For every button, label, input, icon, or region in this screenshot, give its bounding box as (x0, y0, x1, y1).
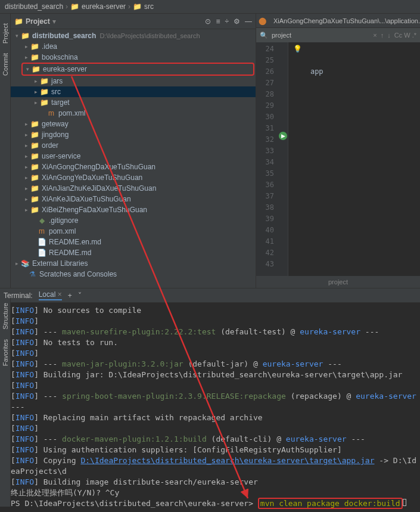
tree-item-readme[interactable]: 📄README.md (11, 247, 256, 258)
editor-search-bar: 🔍 × ↑ ↓ Cc W .* (256, 28, 420, 42)
tab-favorites[interactable]: Favorites (1, 334, 10, 371)
tree-item-jars[interactable]: ▸📁jars (11, 76, 256, 86)
tab-structure[interactable]: Structure (1, 298, 10, 334)
project-tree[interactable]: ▾📁distributed_searchD:\IdeaProjects\dist… (11, 29, 256, 288)
run-icon[interactable]: ▶ (279, 132, 287, 140)
tree-item[interactable]: ▸📁XiAnKeJiDaXueTuShuGuan (11, 194, 256, 204)
folder-icon: 📁 (70, 2, 79, 11)
prev-match-icon[interactable]: ↑ (381, 32, 384, 39)
tree-item-gitignore[interactable]: ◆.gitignore (11, 215, 256, 226)
terminal-tool-window: Terminal: Local × + ˅ [INFO] No sources … (0, 288, 420, 511)
breadcrumb-mid[interactable]: eureka-server (82, 2, 126, 11)
chevron-right-icon: › (128, 2, 130, 11)
tree-item[interactable]: ▸📁XiBeiZhengFaDaXueTuShuGuan (11, 204, 256, 215)
chevron-right-icon: › (66, 2, 68, 11)
folder-icon: 📁 (133, 2, 142, 11)
code-editor[interactable]: 💡 app (288, 42, 420, 276)
gear-icon[interactable]: ⚙ (234, 17, 240, 26)
tree-item-user-service[interactable]: ▸📁user-service (11, 151, 256, 162)
project-panel-title[interactable]: Project (26, 17, 50, 26)
breadcrumb-leaf[interactable]: src (144, 2, 154, 11)
tree-item-order[interactable]: ▸📁order (11, 140, 256, 151)
tree-root[interactable]: ▾📁distributed_searchD:\IdeaProjects\dist… (11, 30, 256, 41)
tree-item-idea[interactable]: ▸📁.idea (11, 41, 256, 52)
tab-project[interactable]: Project (1, 18, 10, 48)
line-gutter: 2425262728293031323334353637383940414243 (256, 42, 278, 276)
tree-item[interactable]: ▸📁XiAnGongYeDaXueTuShuGuan (11, 172, 256, 183)
add-terminal-icon[interactable]: + (68, 291, 72, 300)
search-options[interactable]: Cc W .* (394, 32, 416, 39)
tree-item-target[interactable]: ▸📁target (11, 97, 256, 108)
editor-breadcrumb-footer: project (256, 276, 420, 288)
tree-scratches[interactable]: ⚗Scratches and Consoles (11, 269, 256, 280)
dropdown-icon[interactable]: ▾ (52, 17, 56, 26)
tree-item-readme-en[interactable]: 📄README.en.md (11, 237, 256, 247)
collapse-icon[interactable]: ÷ (225, 17, 229, 26)
tree-item[interactable]: ▸📁XiAnJianZhuKeJiDaXueTuShuGuan (11, 183, 256, 194)
left-tool-tabs-bottom: Structure Favorites (0, 298, 11, 507)
project-tool-window: 📁 Project ▾ ⊙ ≡ ÷ ⚙ — ▾📁distributed_sear… (11, 14, 256, 288)
tree-item-bookschina[interactable]: ▸📁bookschina (11, 52, 256, 63)
tree-item-geteway[interactable]: ▸📁geteway (11, 119, 256, 129)
expand-icon[interactable]: ≡ (216, 17, 220, 26)
tree-item-src[interactable]: ▸📁src (11, 86, 256, 97)
file-icon: ⬤ (259, 17, 266, 25)
terminal-tab-local[interactable]: Local × (39, 290, 62, 300)
project-icon: 📁 (14, 17, 23, 26)
hide-icon[interactable]: — (245, 17, 252, 26)
tree-item-jingdong[interactable]: ▸📁jingdong (11, 129, 256, 140)
locate-icon[interactable]: ⊙ (205, 17, 211, 26)
search-input[interactable] (272, 32, 369, 39)
tree-item[interactable]: ▸📁XiAnGongChengDaXueTuShuGuan (11, 162, 256, 172)
gutter-icons: ▶ (278, 42, 288, 276)
tree-item-root-pom[interactable]: mpom.xml (11, 226, 256, 237)
breadcrumb-root[interactable]: distributed_search (5, 2, 63, 11)
tree-external-libs[interactable]: ▸📚External Libraries (11, 258, 256, 269)
breadcrumb: distributed_search › 📁 eureka-server › 📁… (0, 0, 420, 14)
close-search-icon[interactable]: × (373, 32, 377, 39)
left-tool-tabs: Project Commit (0, 14, 11, 288)
close-icon[interactable]: × (58, 290, 62, 299)
terminal-dropdown-icon[interactable]: ˅ (78, 291, 82, 300)
tree-item-eureka-server[interactable]: ▾📁eureka-server (23, 64, 253, 75)
editor-tab[interactable]: XiAnGongChengDaXueTuShuGuan\...\applicat… (269, 15, 420, 27)
editor: ⬤ XiAnGongChengDaXueTuShuGuan\...\applic… (256, 14, 420, 288)
tree-item-pom[interactable]: mpom.xml (11, 108, 256, 119)
search-icon: 🔍 (260, 32, 268, 39)
tab-commit[interactable]: Commit (1, 48, 10, 80)
next-match-icon[interactable]: ↓ (387, 32, 391, 39)
terminal-output[interactable]: [INFO] No sources to compile [INFO] [INF… (0, 303, 420, 511)
